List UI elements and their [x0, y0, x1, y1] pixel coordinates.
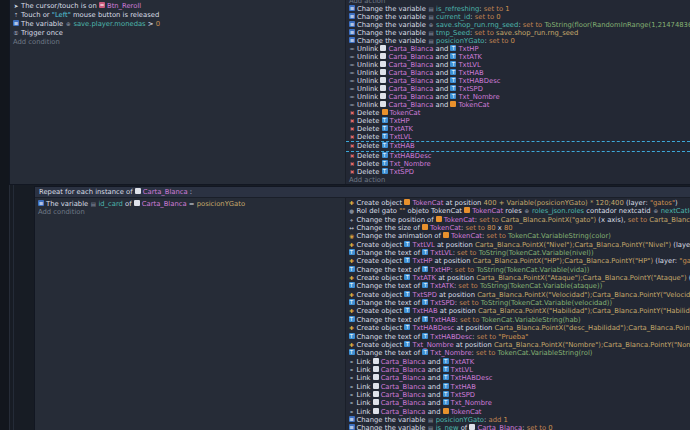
token-obj-icon: [464, 207, 470, 213]
token-p: Change the text of: [357, 316, 423, 324]
token-obj: TxtHABDesc: [451, 374, 493, 382]
event-row[interactable]: TChange the text of TTxtHABDesc: set to …: [346, 333, 690, 341]
event-row[interactable]: ✖Delete TTxtHP: [346, 117, 690, 125]
event-row[interactable]: ≡Change the variable ▤current_id: set to…: [346, 13, 690, 21]
event-row[interactable]: ✚Create object TTxtLVL at position Carta…: [346, 241, 690, 249]
token-p: (layer:: [687, 274, 690, 282]
event-row[interactable]: ✚Create object TTxt_Nombre at position C…: [346, 341, 690, 349]
token-p: and: [433, 101, 450, 109]
drop-target-row[interactable]: ✖Delete TTxtHAB: [346, 141, 690, 152]
event-row[interactable]: ✖Delete TTxt_Nombre: [346, 160, 690, 168]
event-row[interactable]: ≡Change the variable ▤is_new of Carta_Bl…: [346, 424, 690, 430]
event-row[interactable]: ≡Change the variable ▤is_refreshing: set…: [346, 5, 690, 13]
text-obj-icon: T: [404, 307, 410, 313]
event-row[interactable]: ⚭Link Carta_Blanca and TTxtHABDesc: [346, 374, 690, 382]
token-num: 1: [503, 416, 507, 424]
event-row[interactable]: ✚Create object TTxtHABDesc at position C…: [346, 324, 690, 332]
event-row[interactable]: ✚Create object TTxtHP at position Carta_…: [346, 257, 690, 265]
condition-variable-id-card[interactable]: ≡The variable ▤id_card of Carta_Blanca =…: [35, 200, 345, 208]
event-row[interactable]: ⚭Link Carta_Blanca and TokenCat: [346, 408, 690, 416]
token-p: at position: [432, 257, 472, 265]
token-p: Create object: [357, 274, 405, 282]
token-p: Change the text of: [357, 266, 423, 274]
event-row[interactable]: TChange the text of TTxtHP: set to ToStr…: [346, 266, 690, 274]
event-row[interactable]: TChange the text of TTxtLVL: set to ToSt…: [346, 249, 690, 257]
token-obj: TxtLVL: [430, 249, 452, 257]
event-row[interactable]: ✚Create object TTxtHAB at position Carta…: [346, 307, 690, 315]
link-icon: ⚭: [349, 367, 355, 373]
condition-variable-monedas[interactable]: ≡The variable ⊕save.player.monedas > 0: [10, 20, 345, 29]
event-row[interactable]: ✖Delete TokenCat: [346, 109, 690, 117]
event-2-foreach[interactable]: Repeat for each instance of Carta_Blanca…: [35, 187, 690, 430]
event-row[interactable]: ✚Create object TTxtATK at position Carta…: [346, 274, 690, 282]
token-kw: set to: [523, 21, 545, 29]
event-row[interactable]: ⌖Change the position of TokenCat: set to…: [346, 216, 690, 224]
event-row[interactable]: ⚭Link Carta_Blanca and TTxtLVL: [346, 366, 690, 374]
event-row[interactable]: ◉Change the animation of TokenCat: set t…: [346, 232, 690, 240]
event-row[interactable]: ✖Delete TTxtSPD: [346, 168, 690, 176]
token-obj: TxtHP: [412, 257, 432, 265]
token-expr: Carta_Blanca.PointX("Velocidad");Carta_B…: [477, 291, 690, 299]
event-row[interactable]: TChange the text of TTxtHAB: set to Toke…: [346, 316, 690, 324]
event-row[interactable]: ⚮Unlink Carta_Blanca and TTxtLVL: [346, 61, 690, 69]
token-obj: Carta_Blanca: [388, 77, 433, 85]
event-row[interactable]: TChange the text of TTxtSPD: set to ToSt…: [346, 299, 690, 307]
event-row[interactable]: ⚮Unlink Carta_Blanca and TTxtHABDesc: [346, 77, 690, 85]
event-row[interactable]: ⚭Link Carta_Blanca and TTxtATK: [346, 358, 690, 366]
event-row[interactable]: ✖Delete TTxtLVL: [346, 133, 690, 141]
event-row[interactable]: ⚭Link Carta_Blanca and TTxtHAB: [346, 383, 690, 391]
token-exprg: ToString(TokenCat.Variable(velocidad)): [481, 299, 612, 307]
event-row[interactable]: ⚮Unlink Carta_Blanca and TTxt_Nombre: [346, 93, 690, 101]
text-obj-icon: T: [450, 93, 456, 99]
event-row[interactable]: ≡Change the variable ▤posicionYGato: set…: [346, 37, 690, 45]
text-obj-icon: T: [382, 152, 388, 158]
token-p: and: [433, 85, 450, 93]
event-row[interactable]: ⚮Unlink Carta_Blanca and TTxtHP: [346, 45, 690, 53]
link-icon: ⚭: [349, 359, 355, 365]
animation-icon: ◉: [349, 233, 355, 239]
event-row[interactable]: ⚭Link Carta_Blanca and TTxt_Nombre: [346, 399, 690, 407]
event-row[interactable]: ⚮Unlink Carta_Blanca and TTxtATK: [346, 53, 690, 61]
token-p: Link: [357, 408, 373, 416]
condition-mouse-released[interactable]: ⇡Touch or "Left" mouse button is release…: [10, 11, 345, 20]
token-obj: TxtATK: [390, 125, 414, 133]
foreach-header[interactable]: Repeat for each instance of Carta_Blanca…: [35, 187, 690, 198]
event-row[interactable]: ≡Change the variable ⊕save.shop_run.rng_…: [346, 21, 690, 29]
text-obj-icon: T: [450, 45, 456, 51]
text-obj-icon: T: [422, 249, 428, 255]
global-var-icon: ⊕: [653, 208, 659, 214]
text-obj-icon: T: [349, 282, 355, 288]
variable-icon: ≡: [38, 200, 44, 206]
event-row[interactable]: ✖Delete TTxtHABDesc: [346, 152, 690, 160]
add-action-button[interactable]: Add action: [346, 176, 690, 184]
token-obj-icon: [382, 109, 388, 115]
event-row[interactable]: ⚮Unlink Carta_Blanca and TTxtHAB: [346, 69, 690, 77]
event-row[interactable]: ⚮Unlink Carta_Blanca and TokenCat: [346, 101, 690, 109]
condition-cursor-on[interactable]: ➤The cursor/touch is on =Btn_Reroll: [10, 2, 345, 11]
event-row[interactable]: ✚Create object TokenCat at position 400 …: [346, 199, 690, 207]
token-p: Change the text of: [357, 349, 423, 357]
add-condition-button[interactable]: Add condition: [10, 38, 345, 47]
event-row[interactable]: ⚭Link Carta_Blanca and TTxtSPD: [346, 391, 690, 399]
event-1[interactable]: ➤The cursor/touch is on =Btn_Reroll⇡Touc…: [10, 0, 690, 184]
token-obj: TokenCat: [451, 408, 482, 416]
event-row[interactable]: ✖Delete TTxtATK: [346, 125, 690, 133]
event-row[interactable]: TChange the text of TTxt_Nombre: set to …: [346, 349, 690, 357]
event-row[interactable]: ≡Change the variable ▤posicionYGato: add…: [346, 416, 690, 424]
event-row[interactable]: TChange the text of TTxtATK: set to ToSt…: [346, 282, 690, 290]
event-row[interactable]: ⚮Unlink Carta_Blanca and TTxtSPD: [346, 85, 690, 93]
text-obj-icon: T: [349, 333, 355, 339]
token-kw: set to: [484, 5, 506, 13]
event-row[interactable]: ✚Create object TTxtSPD at position Carta…: [346, 291, 690, 299]
event-row[interactable]: ≡Change the variable ▤tmp_Seed: set to s…: [346, 29, 690, 37]
token-kw: set to: [489, 37, 511, 45]
token-obj: Carta_Blanca: [381, 366, 426, 374]
token-var: nextCatId: [661, 207, 690, 215]
global-var-icon: ⊕: [65, 21, 71, 27]
event-row[interactable]: ●Rol del gato "" objeto TokenCat TokenCa…: [346, 207, 690, 215]
condition-trigger-once[interactable]: ①Trigger once: [10, 29, 345, 38]
token-num: 0: [496, 13, 500, 21]
event-row[interactable]: ↔Change the size of TokenCat: set to 80 …: [346, 224, 690, 232]
add-condition-button-2[interactable]: Add condition: [35, 208, 345, 216]
token-kw: set to: [460, 316, 482, 324]
